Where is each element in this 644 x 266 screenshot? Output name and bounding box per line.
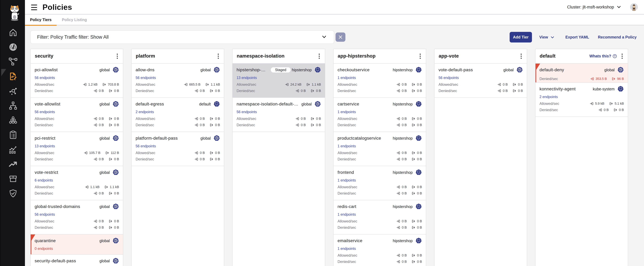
svg-text:ns: ns	[418, 208, 419, 208]
svg-text:ns: ns	[418, 71, 419, 72]
svg-text:ns: ns	[216, 105, 217, 106]
svg-text:ns: ns	[317, 71, 318, 72]
svg-text:ns: ns	[418, 139, 419, 140]
svg-text:ns: ns	[418, 173, 419, 174]
svg-text:ns: ns	[418, 242, 419, 242]
svg-text:?: ?	[614, 55, 616, 58]
svg-text:ns: ns	[418, 105, 419, 106]
svg-text:ns: ns	[620, 90, 621, 91]
